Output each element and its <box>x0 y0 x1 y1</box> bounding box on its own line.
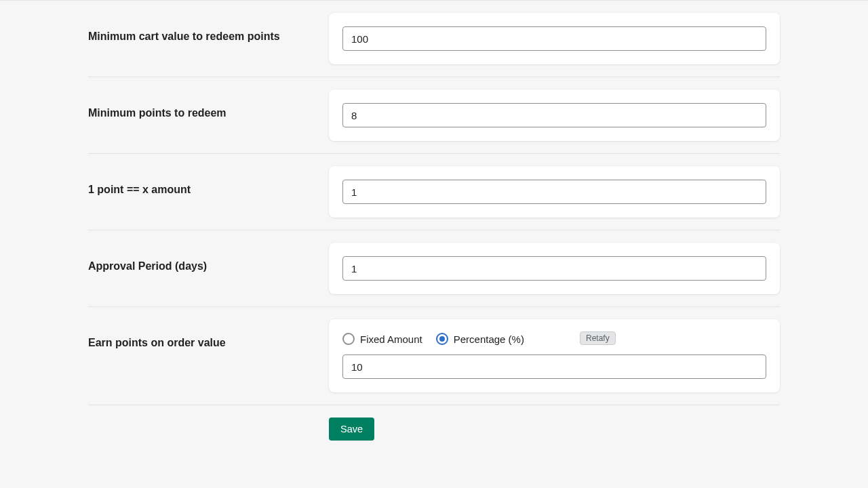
radio-label-percentage: Percentage (%) <box>454 333 524 345</box>
label-min-cart-value: Minimum cart value to redeem points <box>88 30 329 43</box>
row-min-cart-value: Minimum cart value to redeem points <box>88 1 780 77</box>
radio-icon <box>342 333 355 345</box>
radio-percentage[interactable]: Percentage (%) <box>436 333 524 345</box>
input-earn-value[interactable] <box>342 354 766 379</box>
input-approval-period[interactable] <box>342 256 766 281</box>
radio-label-fixed: Fixed Amount <box>360 333 422 345</box>
input-point-amount[interactable] <box>342 180 766 204</box>
input-min-points[interactable] <box>342 103 766 127</box>
row-min-points: Minimum points to redeem <box>88 77 780 154</box>
label-approval-period: Approval Period (days) <box>88 260 329 272</box>
badge-retafy: Retafy <box>580 331 616 345</box>
row-earn-points: Earn points on order value Fixed Amount … <box>88 307 780 405</box>
radio-icon <box>436 333 448 345</box>
radio-fixed-amount[interactable]: Fixed Amount <box>342 333 422 345</box>
row-approval-period: Approval Period (days) <box>88 230 780 307</box>
label-earn-points: Earn points on order value <box>88 337 329 349</box>
input-min-cart-value[interactable] <box>342 26 766 51</box>
label-min-points: Minimum points to redeem <box>88 107 329 119</box>
save-button[interactable]: Save <box>329 418 374 441</box>
row-point-amount: 1 point == x amount <box>88 154 780 230</box>
label-point-amount: 1 point == x amount <box>88 184 329 196</box>
